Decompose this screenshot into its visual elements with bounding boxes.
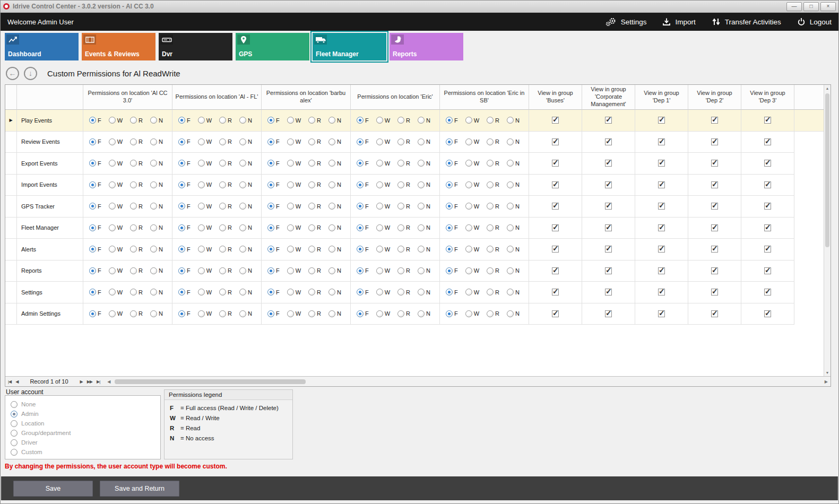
minimize-icon[interactable]: — (786, 2, 802, 11)
radio-option-f[interactable]: F (357, 181, 369, 188)
radio-option-f[interactable]: F (357, 117, 369, 124)
user-account-option-location[interactable]: Location (11, 419, 155, 428)
group-view-checkbox[interactable] (711, 246, 718, 253)
group-view-checkbox[interactable] (711, 267, 718, 274)
radio-option-n[interactable]: N (239, 267, 252, 274)
radio-option-w[interactable]: W (287, 267, 301, 274)
radio-n-icon[interactable] (150, 181, 157, 188)
radio-r-icon[interactable] (308, 138, 315, 145)
radio-option-n[interactable]: N (418, 160, 430, 167)
permission-name[interactable]: Review Events (17, 132, 83, 153)
radio-r-icon[interactable] (397, 138, 404, 145)
nav-action-logout[interactable]: Logout (797, 18, 832, 26)
radio-w-icon[interactable] (376, 267, 383, 274)
radio-w-icon[interactable] (287, 117, 294, 124)
radio-f-icon[interactable] (89, 181, 96, 188)
tab-events-reviews[interactable]: Events & Reviews (82, 33, 155, 60)
radio-option-w[interactable]: W (376, 160, 390, 167)
radio-option-n[interactable]: N (418, 181, 430, 188)
radio-option-w[interactable]: W (376, 246, 390, 253)
radio-f-icon[interactable] (357, 181, 364, 188)
group-view-checkbox[interactable] (658, 117, 665, 124)
radio-option-w[interactable]: W (376, 267, 390, 274)
radio-w-icon[interactable] (465, 310, 472, 317)
radio-n-icon[interactable] (507, 138, 514, 145)
radio-option-r[interactable]: R (487, 160, 499, 167)
radio-w-icon[interactable] (465, 203, 472, 210)
radio-w-icon[interactable] (376, 246, 383, 253)
radio-n-icon[interactable] (328, 224, 335, 231)
radio-n-icon[interactable] (150, 289, 157, 296)
radio-n-icon[interactable] (328, 117, 335, 124)
radio-option-r[interactable]: R (487, 267, 499, 274)
radio-r-icon[interactable] (130, 117, 137, 124)
radio-n-icon[interactable] (328, 181, 335, 188)
radio-option-f[interactable]: F (446, 310, 458, 317)
last-record-icon[interactable]: ▶| (97, 379, 100, 384)
group-view-checkbox[interactable] (605, 160, 612, 167)
radio-option-n[interactable]: N (418, 246, 430, 253)
radio-f-icon[interactable] (357, 160, 364, 167)
row-indicator-cell[interactable]: ▶ (5, 110, 17, 132)
radio-option-w[interactable]: W (198, 181, 212, 188)
group-view-checkbox[interactable] (605, 203, 612, 210)
radio-option-f[interactable]: F (89, 203, 101, 210)
radio-r-icon[interactable] (219, 160, 226, 167)
radio-n-icon[interactable] (418, 117, 425, 124)
radio-option-n[interactable]: N (418, 117, 430, 124)
group-view-checkbox[interactable] (658, 160, 665, 167)
radio-w-icon[interactable] (376, 224, 383, 231)
group-view-checkbox[interactable] (658, 289, 665, 296)
radio-option-n[interactable]: N (418, 289, 430, 296)
radio-n-icon[interactable] (239, 181, 246, 188)
group-view-checkbox[interactable] (552, 310, 559, 317)
radio-option-r[interactable]: R (397, 246, 410, 253)
radio-n-icon[interactable] (150, 310, 157, 317)
radio-f-icon[interactable] (446, 117, 453, 124)
radio-r-icon[interactable] (487, 203, 494, 210)
radio-option-f[interactable]: F (178, 181, 191, 188)
radio-n-icon[interactable] (239, 138, 246, 145)
permission-name[interactable]: Fleet Manager (17, 218, 83, 239)
radio-option-r[interactable]: R (130, 138, 143, 145)
radio-option-w[interactable]: W (109, 138, 123, 145)
radio-option-r[interactable]: R (397, 267, 410, 274)
radio-n-icon[interactable] (150, 117, 157, 124)
radio-option-f[interactable]: F (267, 246, 280, 253)
group-view-checkbox[interactable] (711, 203, 718, 210)
radio-r-icon[interactable] (487, 160, 494, 167)
radio-w-icon[interactable] (465, 224, 472, 231)
radio-option-w[interactable]: W (287, 310, 301, 317)
radio-option-r[interactable]: R (397, 138, 410, 145)
radio-w-icon[interactable] (109, 310, 116, 317)
radio-f-icon[interactable] (267, 289, 274, 296)
radio-f-icon[interactable] (446, 289, 453, 296)
tab-fleet-manager[interactable]: Fleet Manager (313, 33, 386, 60)
row-indicator-cell[interactable] (5, 239, 17, 260)
radio-r-icon[interactable] (397, 310, 404, 317)
prev-record-icon[interactable]: ◀ (15, 379, 18, 384)
radio-option-w[interactable]: W (465, 138, 479, 145)
group-view-checkbox[interactable] (658, 267, 665, 274)
radio-option-f[interactable]: F (446, 203, 458, 210)
radio-option-w[interactable]: W (376, 310, 390, 317)
group-view-checkbox[interactable] (658, 224, 665, 231)
radio-f-icon[interactable] (178, 138, 185, 145)
radio-f-icon[interactable] (267, 267, 274, 274)
radio-f-icon[interactable] (357, 246, 364, 253)
radio-n-icon[interactable] (418, 160, 425, 167)
radio-r-icon[interactable] (219, 289, 226, 296)
radio-option-f[interactable]: F (267, 138, 280, 145)
radio-f-icon[interactable] (178, 160, 185, 167)
radio-w-icon[interactable] (465, 160, 472, 167)
down-icon[interactable]: ↓ (24, 67, 37, 80)
vertical-scrollbar[interactable]: ▲ ▼ (824, 85, 831, 376)
radio-option-w[interactable]: W (465, 224, 479, 231)
radio-option-r[interactable]: R (130, 160, 143, 167)
radio-option-w[interactable]: W (198, 267, 212, 274)
radio-option-f[interactable]: F (446, 246, 458, 253)
radio-option-r[interactable]: R (308, 181, 321, 188)
radio-r-icon[interactable] (487, 138, 494, 145)
radio-f-icon[interactable] (89, 289, 96, 296)
radio-w-icon[interactable] (109, 203, 116, 210)
